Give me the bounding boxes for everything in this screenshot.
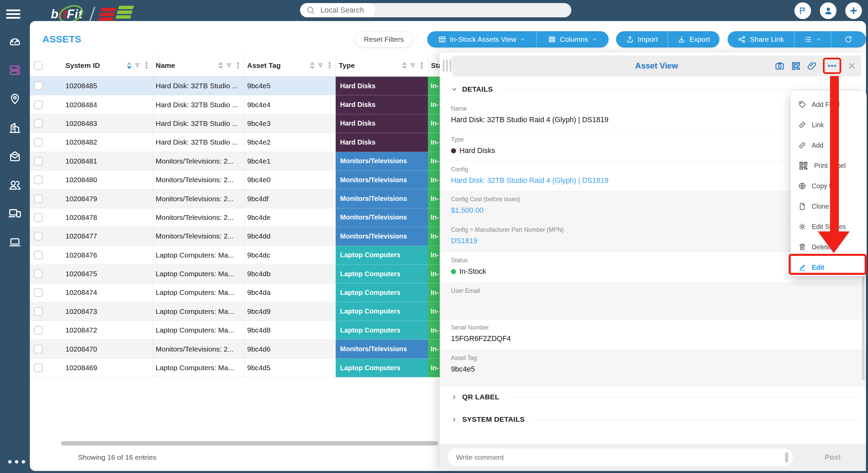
cell-name: Monitors/Televisions: 2... bbox=[153, 152, 244, 170]
list-menu-button[interactable] bbox=[794, 31, 831, 48]
qr-code-icon[interactable] bbox=[791, 61, 801, 71]
table-row-10208483[interactable]: 10208483Hard Disk: 32TB Studio ...9bc4e3… bbox=[30, 114, 441, 133]
menu-item-edit-shares[interactable]: Edit Shares bbox=[791, 216, 867, 237]
row-checkbox[interactable] bbox=[34, 326, 43, 335]
row-checkbox[interactable] bbox=[34, 288, 43, 297]
flag-button[interactable] bbox=[794, 2, 811, 19]
table-row-10208473[interactable]: 10208473Laptop Computers: Ma...9bc4d9Lap… bbox=[30, 302, 441, 321]
table-row-10208478[interactable]: 10208478Monitors/Televisions: 2...9bc4de… bbox=[30, 208, 441, 227]
row-checkbox[interactable] bbox=[34, 307, 43, 316]
row-checkbox[interactable] bbox=[34, 194, 43, 203]
table-row-10208474[interactable]: 10208474Laptop Computers: Ma...9bc4daLap… bbox=[30, 283, 441, 302]
horizontal-scrollbar[interactable] bbox=[61, 441, 438, 446]
column-header-asset-tag[interactable]: Asset Tag⋮ bbox=[244, 54, 336, 76]
row-checkbox[interactable] bbox=[34, 138, 43, 147]
cell-asset-tag: 9bc4d6 bbox=[244, 340, 336, 358]
menu-item-print-label[interactable]: Print Label bbox=[791, 155, 867, 176]
menu-item-add[interactable]: Add bbox=[791, 135, 867, 155]
columns-button[interactable]: Columns bbox=[537, 31, 609, 48]
comment-input[interactable] bbox=[455, 453, 752, 462]
table-row-10208485[interactable]: 10208485Hard Disk: 32TB Studio ...9bc4e5… bbox=[30, 77, 441, 95]
search-field[interactable] bbox=[300, 3, 375, 17]
sidebar-item-mail[interactable] bbox=[0, 142, 30, 171]
row-checkbox[interactable] bbox=[34, 251, 43, 260]
sidebar-item-laptops[interactable] bbox=[0, 228, 30, 257]
sort-buttons[interactable] bbox=[402, 62, 407, 69]
global-search[interactable] bbox=[300, 3, 571, 17]
filter-icon[interactable] bbox=[317, 62, 323, 69]
row-checkbox[interactable] bbox=[34, 232, 43, 241]
sidebar-item-dashboard[interactable] bbox=[0, 27, 30, 56]
row-checkbox[interactable] bbox=[34, 345, 43, 354]
cell-asset-tag: 9bc4e1 bbox=[244, 152, 336, 170]
row-checkbox[interactable] bbox=[34, 157, 43, 166]
sort-buttons[interactable] bbox=[127, 62, 132, 69]
column-menu-icon[interactable]: ⋮ bbox=[142, 61, 153, 70]
sidebar-item-assets[interactable] bbox=[0, 56, 30, 85]
row-checkbox[interactable] bbox=[34, 81, 43, 90]
paperclip-icon[interactable] bbox=[807, 61, 817, 71]
row-checkbox[interactable] bbox=[34, 100, 43, 109]
sidebar-item-people[interactable] bbox=[0, 171, 30, 200]
import-button[interactable]: Import bbox=[616, 31, 668, 48]
sidebar-item-locations[interactable] bbox=[0, 84, 30, 113]
table-row-10208472[interactable]: 10208472Laptop Computers: Ma...9bc4d8Lap… bbox=[30, 321, 441, 340]
table-row-10208469[interactable]: 10208469Laptop Computers: Ma...9bc4d5Lap… bbox=[30, 359, 441, 377]
panel-drag-handle[interactable] bbox=[443, 59, 451, 72]
row-checkbox[interactable] bbox=[34, 119, 43, 128]
row-checkbox[interactable] bbox=[34, 213, 43, 222]
table-row-10208470[interactable]: 10208470Monitors/Televisions: 2...9bc4d6… bbox=[30, 340, 441, 358]
table-row-10208482[interactable]: 10208482Hard Disk: 32TB Studio ...9bc4e2… bbox=[30, 133, 441, 152]
column-menu-icon[interactable]: ⋮ bbox=[233, 61, 244, 70]
post-comment-button[interactable]: Post bbox=[825, 453, 841, 462]
cell-status-badge: In- bbox=[428, 283, 441, 302]
export-button[interactable]: Export bbox=[668, 31, 719, 48]
column-header-type[interactable]: Type⋮ bbox=[336, 54, 428, 76]
add-button[interactable] bbox=[845, 2, 862, 19]
share-link-button[interactable]: Share Link bbox=[728, 31, 794, 48]
table-row-10208479[interactable]: 10208479Monitors/Televisions: 2...9bc4df… bbox=[30, 189, 441, 208]
search-input[interactable] bbox=[320, 5, 371, 15]
column-menu-icon[interactable]: ⋮ bbox=[417, 61, 428, 70]
sidebar-item-sites[interactable] bbox=[0, 113, 30, 142]
system-details-section-header[interactable]: SYSTEM DETAILS bbox=[451, 415, 859, 423]
columns-icon bbox=[548, 35, 556, 43]
sort-buttons[interactable] bbox=[218, 62, 223, 69]
select-all-checkbox[interactable] bbox=[34, 61, 43, 70]
table-row-10208476[interactable]: 10208476Laptop Computers: Ma...9bc4dcLap… bbox=[30, 246, 441, 265]
table-row-10208480[interactable]: 10208480Monitors/Televisions: 2...9bc4e0… bbox=[30, 171, 441, 189]
menu-item-link[interactable]: Link bbox=[791, 115, 867, 135]
table-row-10208484[interactable]: 10208484Hard Disk: 32TB Studio ...9bc4e4… bbox=[30, 95, 441, 114]
table-row-10208481[interactable]: 10208481Monitors/Televisions: 2...9bc4e1… bbox=[30, 152, 441, 171]
close-icon[interactable] bbox=[847, 61, 856, 71]
row-checkbox[interactable] bbox=[34, 363, 43, 372]
table-row-10208477[interactable]: 10208477Monitors/Televisions: 2...9bc4dd… bbox=[30, 227, 441, 246]
hamburger-menu-icon[interactable] bbox=[6, 10, 20, 19]
view-selector-button[interactable]: In-Stock Assets View bbox=[427, 31, 536, 48]
refresh-button[interactable] bbox=[831, 31, 865, 48]
row-checkbox[interactable] bbox=[34, 269, 43, 278]
filter-icon[interactable] bbox=[134, 62, 140, 69]
column-header-name[interactable]: Name⋮ bbox=[153, 54, 244, 76]
menu-item-add-field[interactable]: Add Field bbox=[791, 94, 867, 115]
sidebar-item-devices[interactable] bbox=[0, 199, 30, 228]
menu-item-copy-url[interactable]: Copy Url bbox=[791, 176, 867, 196]
filter-icon[interactable] bbox=[410, 62, 416, 69]
menu-item-delete[interactable]: Delete bbox=[791, 237, 867, 257]
table-row-10208475[interactable]: 10208475Laptop Computers: Ma...9bc4dbLap… bbox=[30, 265, 441, 283]
camera-icon[interactable] bbox=[774, 61, 785, 71]
sidebar-overflow-dots[interactable] bbox=[8, 460, 25, 463]
reset-filters-button[interactable]: Reset Filters bbox=[355, 31, 413, 48]
sort-buttons[interactable] bbox=[310, 62, 315, 69]
column-header-system-id[interactable]: System ID⋮ bbox=[63, 54, 153, 76]
filter-icon[interactable] bbox=[226, 62, 232, 69]
column-menu-icon[interactable]: ⋮ bbox=[325, 61, 336, 70]
qr-label-section-header[interactable]: QR LABEL bbox=[451, 393, 859, 401]
menu-item-edit[interactable]: Edit bbox=[791, 257, 867, 278]
more-actions-icon[interactable] bbox=[827, 61, 837, 71]
user-button[interactable] bbox=[820, 2, 836, 19]
column-header-sta[interactable]: Sta bbox=[428, 54, 441, 76]
row-checkbox[interactable] bbox=[34, 175, 43, 184]
comment-input-wrap[interactable] bbox=[447, 448, 793, 467]
menu-item-clone[interactable]: Clone bbox=[791, 196, 867, 216]
